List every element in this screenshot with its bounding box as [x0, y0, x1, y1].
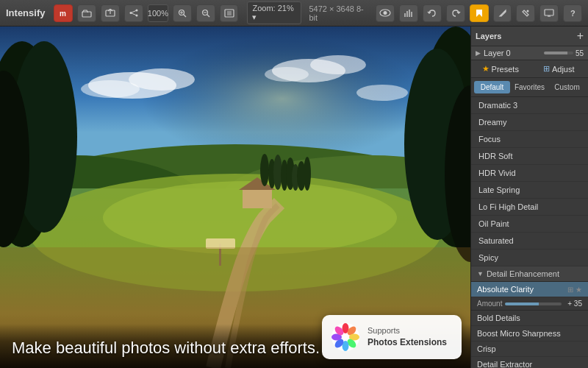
svg-rect-1: [82, 12, 91, 17]
zoom-out-button[interactable]: [196, 4, 215, 22]
layer-collapse-arrow[interactable]: ▶: [476, 49, 481, 57]
svg-point-37: [265, 67, 309, 82]
amount-label: Amount: [477, 300, 502, 308]
right-panel: Layers + ▶ Layer 0 55 ★ Presets ⊞ Adjust: [470, 26, 588, 368]
svg-point-34: [81, 80, 140, 98]
main-area: Make beautiful photos without extra effo…: [0, 26, 588, 368]
image-info: 5472 × 3648 8-bit: [309, 4, 367, 22]
svg-rect-62: [206, 238, 235, 249]
detail-item-bold-details[interactable]: Bold Details: [471, 311, 588, 326]
svg-line-8: [131, 13, 137, 15]
svg-rect-17: [227, 11, 232, 15]
detail-item-absolute-clarity[interactable]: Absolute Clarity ⊞ ★: [471, 282, 588, 297]
svg-marker-24: [476, 10, 482, 17]
export-button[interactable]: [101, 4, 120, 22]
preset-item-focus[interactable]: Focus: [471, 131, 588, 148]
svg-rect-45: [243, 190, 272, 208]
layer-opacity-slider[interactable]: [544, 52, 573, 54]
presets-adjust-tabs: ★ Presets ⊞ Adjust: [471, 60, 588, 78]
svg-point-38: [356, 85, 408, 101]
histogram-button[interactable]: [399, 4, 418, 22]
layer-row[interactable]: ▶ Layer 0 55: [471, 46, 588, 60]
titlebar: Intensify m 100% Zoom: 21% ▾ 5472 × 3648…: [0, 0, 588, 26]
help-button[interactable]: ?: [563, 4, 582, 22]
tab-default[interactable]: Default: [474, 81, 510, 93]
preset-item-hdrvivid[interactable]: HDR Vivid: [471, 165, 588, 182]
layers-add-button[interactable]: +: [577, 29, 584, 43]
photos-badge-text: Supports Photos Extensions: [368, 325, 447, 349]
detail-item-detail-extractor[interactable]: Detail Extractor: [471, 357, 588, 368]
item-action-icons[interactable]: ⊞ ★: [567, 286, 582, 294]
fit-button[interactable]: [220, 4, 239, 22]
svg-point-73: [342, 333, 349, 341]
preset-item-lofi[interactable]: Lo Fi High Detail: [471, 199, 588, 216]
amount-row: Amount + 35: [471, 297, 588, 311]
svg-rect-22: [409, 10, 410, 17]
tab-adjust[interactable]: ⊞ Adjust: [530, 60, 589, 77]
preset-item-latespring[interactable]: Late Spring: [471, 182, 588, 199]
tab-custom[interactable]: Custom: [549, 81, 585, 93]
tab-favorites[interactable]: Favorites: [512, 81, 548, 93]
svg-rect-26: [545, 10, 553, 15]
app-title: Intensify: [6, 7, 45, 18]
adjust-tab-label: Adjust: [552, 65, 575, 74]
zoom-in-button[interactable]: [173, 4, 192, 22]
preset-item-oilpaint[interactable]: Oil Paint: [471, 216, 588, 233]
svg-text:m: m: [60, 10, 66, 18]
filter-tabs: Default Favorites Custom: [471, 78, 588, 97]
macromates-button[interactable]: m: [54, 4, 73, 22]
detail-item-crisp[interactable]: Crisp: [471, 342, 588, 357]
layers-header: Layers +: [471, 26, 588, 46]
svg-point-54: [304, 157, 311, 191]
svg-text:?: ?: [570, 9, 576, 18]
layer-name: Layer 0: [484, 49, 541, 57]
share-button[interactable]: [124, 4, 143, 22]
layers-title: Layers: [476, 32, 574, 40]
layer-opacity-control[interactable]: 55: [544, 49, 584, 57]
preset-item-hdrsoft[interactable]: HDR Soft: [471, 148, 588, 165]
svg-point-25: [527, 10, 529, 12]
zoom-display[interactable]: Zoom: 21% ▾: [247, 1, 301, 24]
preset-item-spicy[interactable]: Spicy: [471, 250, 588, 266]
svg-rect-23: [411, 12, 412, 17]
absolute-clarity-label: Absolute Clarity: [477, 285, 534, 294]
tab-presets[interactable]: ★ Presets: [471, 60, 530, 77]
preset-list: Dramatic 3 Dreamy Focus HDR Soft HDR Viv…: [471, 97, 588, 368]
eye-button[interactable]: [376, 4, 395, 22]
redo-button[interactable]: [446, 4, 465, 22]
svg-rect-21: [406, 11, 408, 17]
svg-line-7: [131, 10, 137, 13]
undo-button[interactable]: [423, 4, 442, 22]
preset-item-dramatic3[interactable]: Dramatic 3: [471, 97, 588, 114]
photos-app-icon: [331, 322, 360, 352]
section-collapse-arrow: ▼: [477, 270, 484, 277]
detail-enhancement-header[interactable]: ▼ Detail Enhancement: [471, 266, 588, 282]
svg-line-14: [207, 14, 209, 17]
svg-point-47: [260, 154, 269, 186]
pen-button[interactable]: [493, 4, 512, 22]
svg-rect-20: [404, 13, 406, 17]
svg-point-19: [384, 11, 387, 15]
preset-item-saturated[interactable]: Saturated: [471, 233, 588, 250]
sliders-icon: ⊞: [543, 64, 550, 74]
paint-button[interactable]: [516, 4, 535, 22]
zoom-percent[interactable]: 100%: [148, 4, 168, 22]
canvas-area[interactable]: Make beautiful photos without extra effo…: [0, 26, 470, 368]
open-button[interactable]: [77, 4, 96, 22]
detail-section-title: Detail Enhancement: [487, 269, 559, 278]
star-icon: ★: [482, 64, 490, 74]
amount-slider[interactable]: [505, 302, 562, 305]
photos-badge: Supports Photos Extensions: [322, 315, 462, 359]
detail-item-boost-micro[interactable]: Boost Micro Sharpness: [471, 326, 588, 342]
presets-tab-label: Presets: [492, 65, 519, 74]
svg-point-36: [310, 55, 366, 74]
bookmark-button[interactable]: [470, 4, 489, 22]
amount-value: + 35: [564, 300, 582, 308]
preset-item-dreamy[interactable]: Dreamy: [471, 114, 588, 131]
svg-line-10: [183, 14, 186, 17]
layer-opacity-value: 55: [576, 49, 584, 57]
monitor-button[interactable]: [539, 4, 559, 22]
